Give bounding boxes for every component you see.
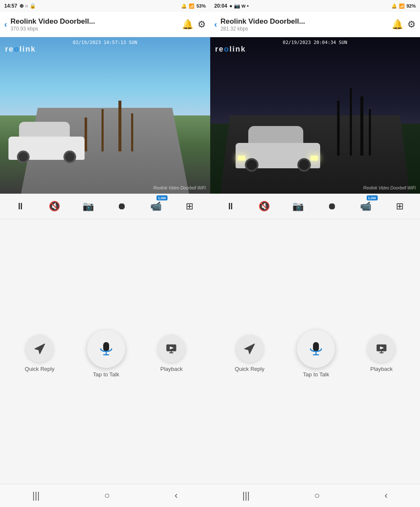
record-icon-night: ⏺ — [327, 201, 337, 212]
playback-item-night[interactable]: Playback — [368, 335, 395, 372]
snapshot-icon-night: 📷 — [292, 201, 304, 212]
nav-home-night[interactable]: ○ — [314, 490, 320, 501]
notification-icon-night[interactable]: 🔔 — [392, 19, 403, 30]
bottom-controls-night: Quick Reply Tap to Talk — [210, 321, 420, 382]
mic-icon-day — [98, 340, 115, 357]
quick-reply-item-night[interactable]: Quick Reply — [235, 335, 264, 372]
quality-icon-night: 📹 — [360, 201, 371, 212]
quality-btn-night[interactable]: 📹 Low — [357, 197, 375, 216]
tap-to-talk-item-night[interactable]: Tap to Talk — [297, 330, 335, 378]
pause-btn-day[interactable]: ⏸ — [11, 197, 30, 216]
night-car-wheel-left — [245, 158, 258, 172]
send-icon-day — [34, 343, 46, 355]
pip-btn-day[interactable]: ⊞ — [180, 197, 199, 216]
battery-day: 53% — [196, 3, 206, 8]
camera-brand-night: reolink — [215, 45, 246, 54]
snapshot-btn-night[interactable]: 📷 — [289, 197, 307, 216]
mute-btn-day[interactable]: 🔇 — [45, 197, 63, 216]
tree-trunk-1 — [85, 118, 87, 151]
playback-label-day: Playback — [160, 366, 183, 372]
tree-trunk-3 — [118, 101, 121, 151]
status-time-night: 20:04 — [214, 3, 228, 9]
low-badge-night: Low — [367, 195, 378, 200]
pip-btn-night[interactable]: ⊞ — [390, 197, 409, 216]
night-tree-2 — [350, 88, 352, 156]
day-scene — [0, 37, 210, 194]
nav-menu-night[interactable]: ||| — [242, 490, 250, 501]
status-bar-left-night: 20:04 ● 📷 w • — [214, 3, 249, 9]
header-title-block-day: Reolink Video Doorbell... 370.93 kbps — [11, 17, 178, 32]
notification-icon-day[interactable]: 🔔 — [182, 19, 193, 30]
tap-to-talk-btn-night[interactable] — [297, 330, 335, 368]
playback-btn-day[interactable] — [158, 335, 185, 362]
content-area-day: Quick Reply Tap to Talk — [0, 219, 210, 484]
settings-icon-night[interactable]: ⚙ — [407, 19, 416, 30]
quick-reply-item-day[interactable]: Quick Reply — [25, 335, 55, 372]
night-tree-4 — [369, 109, 371, 156]
tap-to-talk-label-night: Tap to Talk — [303, 371, 329, 378]
back-chevron-day[interactable]: ‹ — [4, 19, 7, 29]
nav-back-night[interactable]: ‹ — [384, 490, 387, 501]
playback-item-day[interactable]: Playback — [158, 335, 185, 372]
playback-label-night: Playback — [371, 366, 393, 372]
playback-icon-night — [376, 343, 387, 355]
bottom-nav-night: ||| ○ ‹ — [210, 484, 420, 507]
header-icons-night: 🔔 ⚙ — [392, 19, 416, 30]
tap-to-talk-item-day[interactable]: Tap to Talk — [87, 330, 125, 378]
wifi-icon-day: 📶 — [189, 3, 195, 9]
header-icons-day: 🔔 ⚙ — [182, 19, 206, 30]
nav-menu-day[interactable]: ||| — [32, 490, 39, 501]
record-icon-day: ⏺ — [117, 201, 126, 212]
status-bar-left-day: 14:57 ⊕ ○ 🔒 — [4, 3, 36, 9]
tap-to-talk-btn-day[interactable] — [87, 330, 125, 368]
tree-4 — [131, 113, 133, 151]
playback-btn-night[interactable] — [368, 335, 395, 362]
app-subtitle-night: 281.32 kbps — [220, 26, 388, 32]
status-bar-day: 14:57 ⊕ ○ 🔒 🔔 📶 53% — [0, 0, 210, 12]
alarm-icon-day: 🔔 — [181, 3, 187, 9]
quality-btn-day[interactable]: 📹 Low — [146, 197, 165, 216]
record-btn-day[interactable]: ⏺ — [113, 197, 131, 216]
quick-reply-btn-night[interactable] — [236, 335, 264, 362]
mute-icon-night: 🔇 — [258, 201, 270, 212]
camera-view-day: 02/19/2023 14:57:13 SUN reolink Reolink … — [0, 37, 210, 194]
camera-watermark-night: Reolink Video Doorbell WiFi — [363, 186, 416, 190]
phone-panel-night: 20:04 ● 📷 w • 🔔 📶 92% ‹ Reolink Video Do… — [210, 0, 420, 507]
night-car-headlight-left — [238, 156, 245, 161]
snapshot-btn-day[interactable]: 📷 — [79, 197, 97, 216]
pause-icon-night: ⏸ — [226, 201, 235, 212]
control-bar-night: ⏸ 🔇 📷 ⏺ 📹 Low ⊞ — [210, 194, 420, 219]
quick-reply-label-day: Quick Reply — [25, 366, 55, 372]
pause-btn-night[interactable]: ⏸ — [221, 197, 240, 216]
nav-back-day[interactable]: ‹ — [175, 490, 178, 501]
status-bar-night: 20:04 ● 📷 w • 🔔 📶 92% — [210, 0, 420, 12]
battery-night: 92% — [406, 3, 416, 8]
day-car — [8, 122, 85, 160]
phone-panel-day: 14:57 ⊕ ○ 🔒 🔔 📶 53% ‹ Reolink Video Door… — [0, 0, 210, 507]
app-header-day: ‹ Reolink Video Doorbell... 370.93 kbps … — [0, 12, 210, 37]
day-car-wheel-right — [63, 151, 76, 163]
status-icons-night: ● 📷 w • — [229, 3, 249, 9]
status-bar-right-night: 🔔 📶 92% — [391, 3, 416, 9]
day-car-wheel-left — [17, 151, 30, 163]
camera-timestamp-day: 02/19/2023 14:57:13 SUN — [73, 40, 137, 45]
app-title-night: Reolink Video Doorbell... — [220, 17, 388, 26]
record-btn-night[interactable]: ⏺ — [323, 197, 341, 216]
quick-reply-btn-day[interactable] — [26, 335, 53, 362]
status-icons-day: ⊕ ○ 🔒 — [19, 3, 36, 9]
status-bar-right-day: 🔔 📶 53% — [181, 3, 206, 9]
mute-btn-night[interactable]: 🔇 — [255, 197, 274, 216]
camera-view-night: 02/19/2023 20:04:34 SUN reolink Reolink … — [210, 37, 420, 194]
status-time-day: 14:57 — [4, 3, 17, 9]
nav-home-day[interactable]: ○ — [104, 490, 110, 501]
settings-icon-day[interactable]: ⚙ — [198, 19, 206, 30]
pause-icon-day: ⏸ — [16, 201, 25, 212]
alarm-icon-night: 🔔 — [391, 3, 397, 9]
bottom-nav-day: ||| ○ ‹ — [0, 484, 210, 507]
svg-rect-0 — [103, 342, 109, 351]
pip-icon-day: ⊞ — [186, 201, 193, 212]
mute-icon-day: 🔇 — [49, 201, 60, 212]
back-chevron-night[interactable]: ‹ — [214, 19, 217, 29]
content-area-night: Quick Reply Tap to Talk — [210, 219, 420, 484]
night-car — [236, 126, 320, 168]
